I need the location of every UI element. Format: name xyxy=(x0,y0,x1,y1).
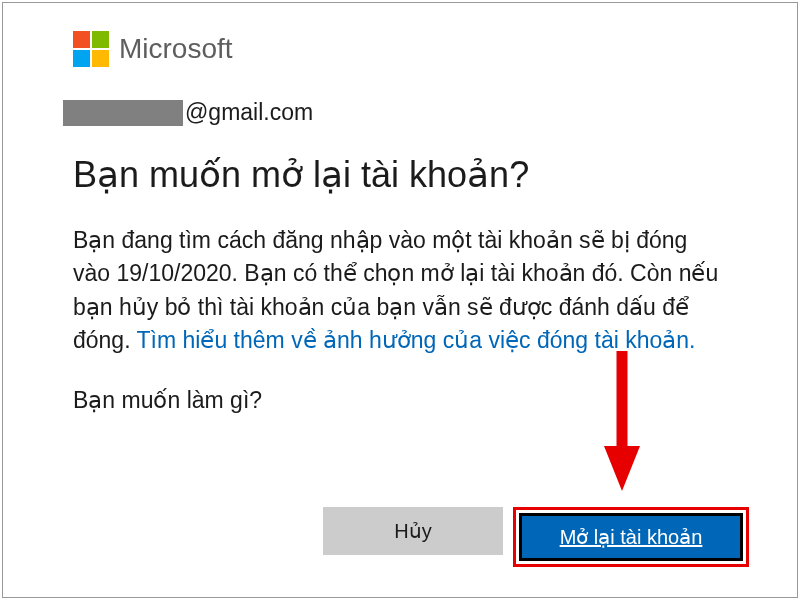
svg-marker-1 xyxy=(604,446,640,491)
dialog-container: Microsoft @gmail.com Bạn muốn mở lại tài… xyxy=(2,2,798,598)
prompt-question: Bạn muốn làm gì? xyxy=(73,387,727,414)
account-email: @gmail.com xyxy=(63,99,727,126)
redacted-username xyxy=(63,100,183,126)
brand-header: Microsoft xyxy=(73,31,727,67)
learn-more-link[interactable]: Tìm hiểu thêm về ảnh hưởng của việc đóng… xyxy=(137,327,696,353)
button-row: Hủy Mở lại tài khoản xyxy=(323,507,749,567)
brand-name: Microsoft xyxy=(119,33,233,65)
email-domain: @gmail.com xyxy=(185,99,313,126)
annotation-arrow-icon xyxy=(602,351,642,491)
cancel-button[interactable]: Hủy xyxy=(323,507,503,555)
description-text: Bạn đang tìm cách đăng nhập vào một tài … xyxy=(73,224,727,357)
reopen-account-button[interactable]: Mở lại tài khoản xyxy=(522,516,740,558)
highlight-box: Mở lại tài khoản xyxy=(513,507,749,567)
page-title: Bạn muốn mở lại tài khoản? xyxy=(73,154,727,196)
microsoft-logo-icon xyxy=(73,31,109,67)
